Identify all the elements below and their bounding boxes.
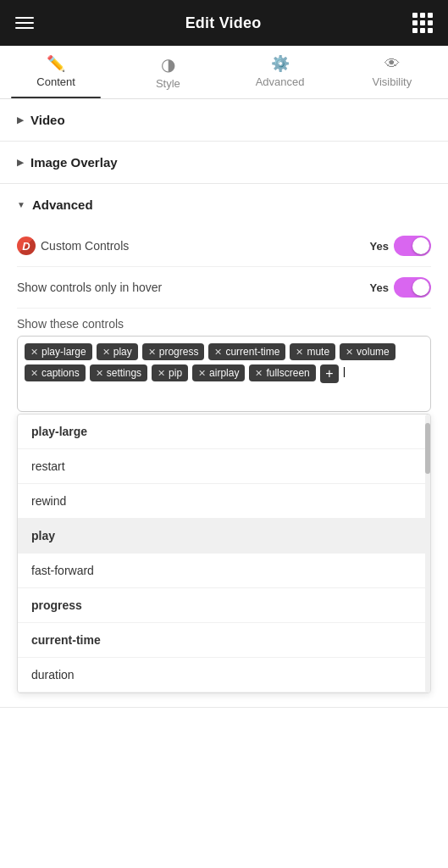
tag-x-icon: ✕ [102, 347, 110, 358]
scrollbar-thumb [425, 423, 430, 474]
tab-visibility-label: Visibility [373, 75, 412, 88]
section-advanced-header[interactable]: ▼ Advanced [0, 184, 448, 225]
tag-x-icon: ✕ [158, 368, 165, 379]
hover-toggle-wrap[interactable]: Yes [370, 277, 431, 298]
hover-label: Show controls only in hover [17, 281, 162, 294]
section-image-overlay: ▶ Image Overlay [0, 142, 448, 184]
tag-volume[interactable]: ✕ volume [340, 343, 395, 360]
tab-style[interactable]: ◑ Style [112, 46, 224, 98]
tag-label: volume [357, 346, 390, 358]
dropdown-item-play[interactable]: play [18, 519, 430, 554]
arrow-right-icon: ▶ [17, 115, 24, 125]
pencil-icon: ✏️ [47, 56, 65, 71]
show-controls-label: Show these controls [17, 309, 431, 336]
tag-captions[interactable]: ✕ captions [25, 364, 86, 381]
tag-label: settings [107, 367, 141, 379]
tab-content[interactable]: ✏️ Content [0, 46, 112, 98]
dropdown-item-play-large[interactable]: play-large [18, 415, 430, 449]
custom-controls-label: Custom Controls [41, 239, 129, 253]
custom-controls-toggle-label: Yes [370, 240, 389, 253]
dropdown-item-restart[interactable]: restart [18, 449, 430, 484]
tag-fullscreen[interactable]: ✕ fullscreen [249, 364, 315, 381]
half-circle-icon: ◑ [161, 56, 175, 73]
tag-x-icon: ✕ [214, 347, 222, 358]
header-title: Edit Video [185, 14, 262, 32]
arrow-down-icon: ▼ [17, 200, 25, 209]
arrow-right-icon-2: ▶ [17, 158, 24, 167]
grid-icon[interactable] [412, 13, 433, 33]
tag-airplay[interactable]: ✕ airplay [192, 364, 245, 381]
eye-icon: 👁 [384, 56, 400, 71]
tag-x-icon: ✕ [30, 368, 38, 379]
custom-controls-toggle[interactable] [394, 236, 431, 256]
tag-x-icon: ✕ [96, 368, 103, 379]
d-logo-icon: D [17, 236, 36, 255]
tag-play[interactable]: ✕ play [97, 343, 138, 360]
dropdown-item-duration[interactable]: duration [18, 658, 430, 693]
tab-style-label: Style [156, 77, 180, 90]
tag-x-icon: ✕ [296, 347, 303, 358]
tab-advanced[interactable]: ⚙️ Advanced [224, 46, 336, 98]
tab-bar: ✏️ Content ◑ Style ⚙️ Advanced 👁 Visibil… [0, 46, 448, 99]
tag-label: play-large [41, 346, 86, 358]
section-video: ▶ Video [0, 99, 448, 142]
section-image-overlay-header[interactable]: ▶ Image Overlay [0, 142, 448, 183]
tag-x-icon: ✕ [30, 347, 38, 358]
tag-settings[interactable]: ✕ settings [90, 364, 147, 381]
section-advanced: ▼ Advanced D Custom Controls Yes Show co… [0, 184, 448, 708]
tag-x-icon: ✕ [255, 368, 263, 379]
tag-play-large[interactable]: ✕ play-large [25, 343, 92, 360]
tag-label: pip [169, 367, 182, 379]
hover-controls-row: Show controls only in hover Yes [17, 267, 431, 309]
tag-x-icon: ✕ [198, 368, 206, 379]
hover-toggle-knob [412, 279, 429, 296]
dropdown-item-rewind[interactable]: rewind [18, 484, 430, 519]
custom-controls-label-wrap: D Custom Controls [17, 236, 129, 255]
gear-icon: ⚙️ [271, 56, 290, 71]
tag-progress[interactable]: ✕ progress [142, 343, 205, 360]
dropdown-list: play-large restart rewind play fast-forw… [17, 414, 431, 693]
section-video-label: Video [30, 113, 65, 127]
tag-label: play [113, 346, 132, 358]
dropdown-item-progress[interactable]: progress [18, 588, 430, 623]
tag-label: fullscreen [266, 367, 309, 379]
hover-toggle-label: Yes [370, 281, 389, 294]
tag-x-icon: ✕ [148, 347, 156, 358]
custom-controls-toggle-wrap[interactable]: Yes [370, 236, 431, 256]
tag-label: current-time [225, 346, 279, 358]
dropdown-item-fast-forward[interactable]: fast-forward [18, 554, 430, 588]
custom-controls-row: D Custom Controls Yes [17, 225, 431, 267]
tag-label: mute [307, 346, 329, 358]
tag-label: captions [41, 367, 80, 379]
hover-label-wrap: Show controls only in hover [17, 281, 162, 294]
section-advanced-label: Advanced [32, 198, 93, 212]
tag-current-time[interactable]: ✕ current-time [208, 343, 285, 360]
hover-toggle[interactable] [394, 277, 431, 298]
tab-content-label: Content [36, 75, 75, 88]
section-video-header[interactable]: ▶ Video [0, 99, 448, 141]
tag-mute[interactable]: ✕ mute [290, 343, 335, 360]
hamburger-icon[interactable] [15, 17, 34, 29]
tag-label: progress [159, 346, 199, 358]
toggle-knob [412, 237, 429, 254]
app-header: Edit Video [0, 0, 448, 46]
section-image-overlay-label: Image Overlay [30, 155, 118, 170]
tag-label: airplay [209, 367, 239, 379]
scrollbar-track [425, 415, 430, 693]
dropdown-item-current-time[interactable]: current-time [18, 623, 430, 658]
tab-visibility[interactable]: 👁 Visibility [336, 46, 448, 98]
tag-x-icon: ✕ [346, 347, 353, 358]
advanced-content: D Custom Controls Yes Show controls only… [0, 225, 448, 707]
tags-container[interactable]: ✕ play-large ✕ play ✕ progress ✕ current… [17, 336, 431, 412]
tab-advanced-label: Advanced [256, 75, 305, 88]
add-tag-button[interactable]: + [320, 364, 339, 383]
tag-pip[interactable]: ✕ pip [152, 364, 188, 381]
tag-text-input[interactable] [343, 364, 368, 377]
